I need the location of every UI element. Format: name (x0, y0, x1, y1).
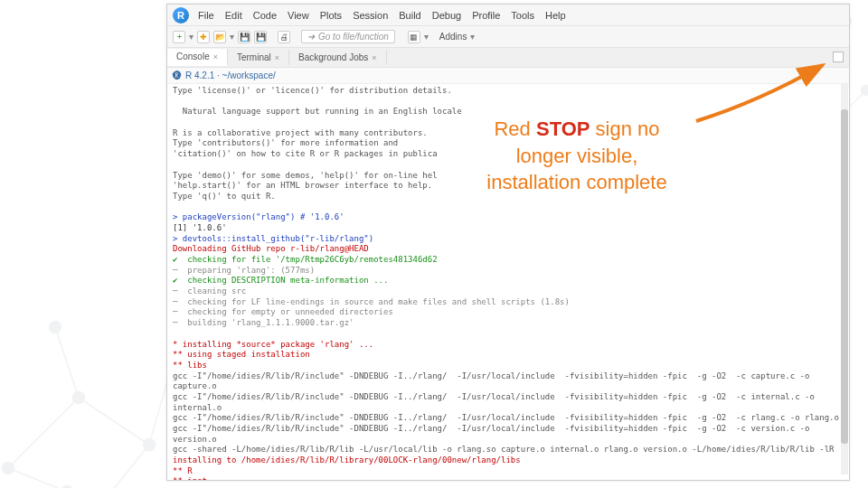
console-line: ─ cleaning src (173, 286, 844, 297)
console-line: > devtools::install_github("r-lib/rlang"… (173, 234, 844, 245)
svg-line-4 (8, 468, 67, 488)
tab-background-jobs[interactable]: Background Jobs× (289, 50, 387, 65)
svg-point-8 (144, 439, 156, 451)
dropdown-caret-icon[interactable]: ▾ (470, 32, 475, 42)
close-icon[interactable]: × (275, 53, 279, 62)
grid-icon[interactable]: ▦ (408, 31, 420, 43)
menu-profile[interactable]: Profile (472, 10, 500, 21)
menu-edit[interactable]: Edit (225, 10, 242, 21)
goto-icon: ➜ (307, 32, 315, 42)
svg-line-0 (8, 398, 79, 468)
console-line: gcc -I"/home/idies/R/lib/R/include" -DND… (173, 413, 844, 424)
console-line: [1] '1.0.6' (173, 223, 844, 234)
rstudio-logo: R (173, 7, 189, 23)
svg-line-1 (79, 398, 149, 445)
svg-point-7 (73, 392, 85, 404)
addins-menu[interactable]: Addins (439, 32, 467, 42)
dropdown-caret-icon[interactable]: ▾ (189, 32, 193, 42)
console-line: ─ preparing 'rlang': (577ms) (173, 266, 844, 277)
annotation-text: Red STOP sign no longer visible, install… (414, 116, 740, 196)
console-line: > packageVersion("rlang") # '1.0.6' (173, 212, 844, 223)
console-line: ** using staged installation (173, 350, 844, 361)
console-line: ** libs (173, 361, 844, 371)
menubar: R File Edit Code View Plots Session Buil… (167, 5, 849, 26)
console-line (173, 329, 844, 340)
console-line: gcc -I"/home/idies/R/lib/R/include" -DND… (173, 392, 844, 413)
tab-console[interactable]: Console× (167, 49, 228, 66)
close-icon[interactable]: × (372, 53, 376, 62)
console-line: ─ checking for LF line-endings in source… (173, 297, 844, 308)
console-line: ─ building 'rlang_1.1.1.9000.tar.gz' (173, 318, 844, 329)
menu-tools[interactable]: Tools (511, 10, 534, 21)
open-file-button[interactable]: 📂 (213, 31, 226, 43)
r-logo-small-icon: 🅡 (173, 70, 182, 80)
console-line: gcc -shared -L/home/idies/R/lib/R/lib -L… (173, 445, 844, 455)
console-line: gcc -I"/home/idies/R/lib/R/include" -DND… (173, 371, 844, 392)
scroll-thumb[interactable] (841, 109, 848, 444)
tab-terminal[interactable]: Terminal× (228, 50, 289, 65)
console-line: ** R (173, 466, 844, 477)
console-line: gcc -I"/home/idies/R/lib/R/include" -DND… (173, 424, 844, 445)
menu-plots[interactable]: Plots (320, 10, 342, 21)
print-icon[interactable]: 🖨 (278, 31, 290, 43)
svg-line-2 (55, 327, 79, 398)
console-working-dir: R 4.2.1 · ~/workspace/ (185, 70, 276, 80)
goto-file-function-input[interactable]: ➜ Go to file/function (301, 30, 395, 43)
scrollbar[interactable] (841, 84, 848, 474)
new-file-button[interactable]: ＋ (173, 31, 185, 43)
menu-file[interactable]: File (198, 10, 214, 21)
toolbar: ＋ ▾ ✚ 📂 ▾ 💾 💾 🖨 ➜ Go to file/function ▦ … (167, 26, 849, 48)
console-line: installing to /home/idies/R/lib/R/librar… (173, 455, 844, 466)
console-line: ─ checking for empty or unneeded directo… (173, 307, 844, 318)
close-icon[interactable]: × (213, 52, 218, 61)
console-line: ✔ checking DESCRIPTION meta-information … (173, 276, 844, 286)
console-line: * installing *source* package 'rlang' ..… (173, 340, 844, 351)
new-project-button[interactable]: ✚ (197, 31, 210, 43)
console-line: Downloading GitHub repo r-lib/rlang@HEAD (173, 244, 844, 255)
console-line (173, 202, 844, 213)
menu-session[interactable]: Session (353, 10, 388, 21)
menu-help[interactable]: Help (545, 10, 566, 21)
dropdown-caret-icon[interactable]: ▾ (424, 32, 429, 42)
save-button[interactable]: 💾 (238, 31, 250, 43)
dropdown-caret-icon[interactable]: ▾ (230, 32, 234, 42)
svg-line-5 (102, 445, 149, 488)
menu-view[interactable]: View (288, 10, 309, 21)
menu-build[interactable]: Build (399, 10, 420, 21)
menu-debug[interactable]: Debug (432, 10, 461, 21)
menu-code[interactable]: Code (253, 10, 277, 21)
console-line: ✔ checking for file '/tmp/Rtmp26C6yb/rem… (173, 255, 844, 266)
svg-point-9 (50, 322, 61, 333)
svg-point-6 (3, 463, 14, 474)
console-line: ** inst (173, 476, 844, 480)
save-all-button[interactable]: 💾 (254, 31, 267, 43)
svg-point-24 (862, 86, 869, 96)
